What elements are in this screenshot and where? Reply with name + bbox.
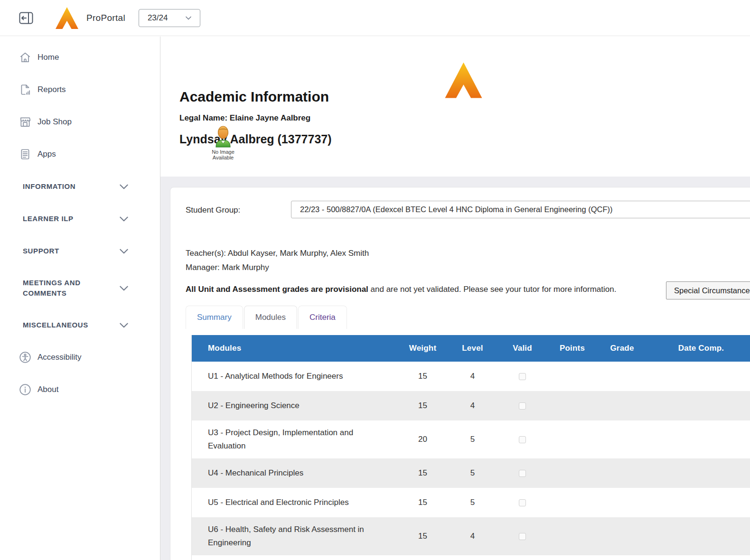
chevron-down-icon [118,245,130,257]
student-group-select[interactable]: 22/23 - 500/8827/0A (Edexcel BTEC Level … [291,201,750,218]
module-level-cell: 4 [448,555,497,560]
module-level-cell: 5 [448,488,497,517]
valid-checkbox [519,533,526,540]
sidebar-item-label: Apps [38,149,56,159]
special-circumstances-button[interactable]: Special Circumstances [666,281,750,299]
student-display-name: Lyndsay Aalbreg (1377737) [179,131,332,147]
module-date-comp-cell [647,458,750,488]
accessibility-icon [19,351,31,364]
header-valid: Valid [497,335,547,362]
header-modules: Modules [192,335,398,362]
report-document-icon [19,84,31,96]
tab-summary[interactable]: Summary [186,306,243,329]
module-level-cell: 5 [448,420,497,458]
sidebar-item-about[interactable]: About [0,373,160,406]
module-level-cell: 4 [448,517,497,555]
student-group-value: 22/23 - 500/8827/0A (Edexcel BTEC Level … [300,205,613,214]
sidebar-section-information[interactable]: INFORMATION [0,170,160,203]
sidebar-item-reports[interactable]: Reports [0,74,160,106]
module-weight-cell: 20 [398,420,448,458]
module-date-comp-cell [647,391,750,420]
sidebar-section-learner-ilp[interactable]: LEARNER ILP [0,203,160,235]
sidebar-item-job-shop[interactable]: Job Shop [0,106,160,138]
sidebar-section-miscellaneous[interactable]: MISCELLANEOUS [0,309,160,341]
module-date-comp-cell [647,517,750,555]
academic-year-value: 23/24 [148,13,168,23]
module-valid-cell [497,517,547,555]
module-valid-cell [497,362,547,391]
provisional-notice-rest: and are not yet validated. Please see yo… [368,285,617,294]
home-icon [19,51,31,64]
module-points-cell [547,555,597,560]
valid-checkbox [519,499,526,506]
module-grade-cell [597,458,647,488]
table-row: U6 - Health, Safety and Risk Assessment … [192,517,750,555]
module-weight-cell: 15 [398,488,448,517]
tab-modules[interactable]: Modules [244,306,297,329]
module-weight-cell: 15 [398,362,448,391]
valid-checkbox [519,470,526,477]
main-content: Legal Name: Elaine Jayne Aalbreg Academi… [160,37,750,560]
module-grade-cell [597,555,647,560]
sidebar-section-label: INFORMATION [23,181,118,192]
table-row: U1 - Analytical Methods for Engineers 15… [192,362,750,391]
module-grade-cell [597,362,647,391]
sidebar-item-apps[interactable]: Apps [0,138,160,170]
module-level-cell: 4 [448,362,497,391]
module-date-comp-cell [647,555,750,560]
chevron-down-icon [118,213,130,225]
sidebar-section-label: MISCELLANEOUS [23,320,118,330]
sidebar-section-meetings-and-comments[interactable]: MEETINGS AND COMMENTS [0,267,160,309]
manager-text: Manager: Mark Murphy [186,262,269,273]
modules-table-container: Modules Weight Level Valid Points Grade … [191,335,750,560]
valid-checkbox [519,402,526,410]
info-icon [19,383,31,396]
header-weight: Weight [398,335,448,362]
module-name-cell: U4 - Mechanical Principles [192,458,398,488]
module-name-cell: U6 - Health, Safety and Risk Assessment … [192,517,398,555]
chevron-down-icon [118,180,130,193]
academic-info-card: Student Group: 22/23 - 500/8827/0A (Edex… [170,187,750,560]
module-weight-cell: 15 [398,391,448,420]
teachers-text: Teacher(s): Abdul Kayser, Mark Murphy, A… [186,248,369,259]
sidebar-collapse-icon[interactable] [19,12,33,24]
sidebar-item-label: Reports [38,85,66,94]
header-points: Points [547,335,597,362]
no-image-avatar-icon [212,125,234,148]
table-row: U63 - Electrical Power 15 4 [192,555,750,560]
tab-criteria[interactable]: Criteria [298,306,347,329]
academic-year-select[interactable]: 23/24 [139,9,200,27]
valid-checkbox [519,373,526,380]
chevron-down-icon [118,319,130,331]
module-weight-cell: 15 [398,517,448,555]
module-points-cell [547,362,597,391]
module-points-cell [547,458,597,488]
module-grade-cell [597,488,647,517]
module-name-cell: U5 - Electrical and Electronic Principle… [192,488,398,517]
module-name-cell: U63 - Electrical Power [192,555,398,560]
header-level: Level [448,335,497,362]
module-valid-cell [497,488,547,517]
module-points-cell [547,488,597,517]
sidebar-section-label: MEETINGS AND COMMENTS [23,278,118,299]
provisional-notice-bold: All Unit and Assessment grades are provi… [186,285,368,294]
sidebar-item-home[interactable]: Home [0,41,160,74]
module-points-cell [547,391,597,420]
table-row: U4 - Mechanical Principles 15 5 [192,458,750,488]
sidebar-item-label: Job Shop [38,117,72,127]
module-valid-cell [497,458,547,488]
module-valid-cell [497,555,547,560]
module-name-cell: U1 - Analytical Methods for Engineers [192,362,398,391]
valid-checkbox [519,436,526,443]
sidebar-nav: Home Reports Job Shop Apps INFORMAT [0,37,160,560]
module-points-cell [547,517,597,555]
sidebar-section-label: SUPPORT [23,246,118,256]
module-level-cell: 5 [448,458,497,488]
sidebar-item-accessibility[interactable]: Accessibility [0,341,160,373]
modules-table: Modules Weight Level Valid Points Grade … [192,335,750,560]
sidebar-section-support[interactable]: SUPPORT [0,235,160,267]
proportal-logo-icon [55,7,79,29]
brand-name: ProPortal [86,13,125,23]
table-header-row: Modules Weight Level Valid Points Grade … [192,335,750,362]
header-grade: Grade [597,335,647,362]
